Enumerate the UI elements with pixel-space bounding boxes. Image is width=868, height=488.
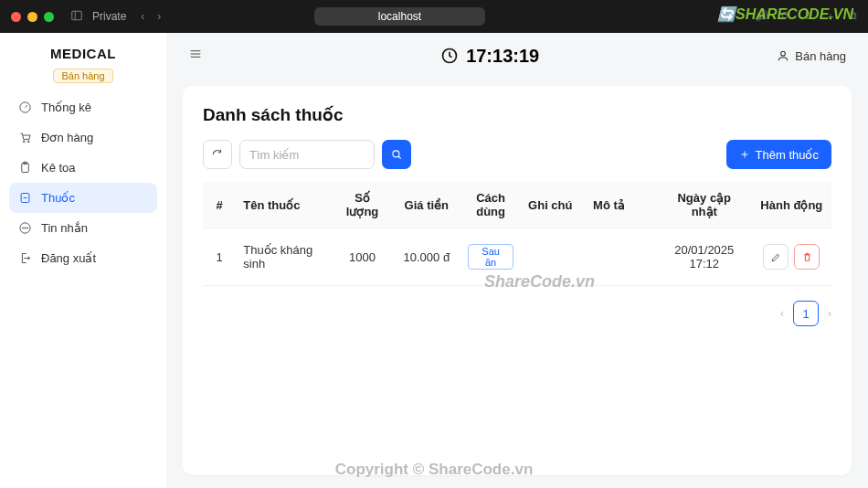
cell-note [521, 228, 586, 286]
window-controls [11, 12, 54, 22]
sidebar-item-label: Kê toa [41, 161, 76, 175]
clock-time: 17:13:19 [466, 46, 539, 67]
sidebar-item-messages[interactable]: Tin nhắn [9, 213, 157, 243]
col-usage: Cách dùng [460, 182, 521, 228]
logout-icon [18, 251, 32, 265]
url-bar[interactable]: localhost [314, 7, 485, 26]
minimize-window-icon[interactable] [27, 12, 37, 22]
user-icon [777, 49, 789, 62]
refresh-icon [211, 148, 224, 161]
search-button[interactable] [382, 140, 411, 169]
col-actions: Hành động [752, 182, 831, 228]
plus-icon [739, 149, 750, 160]
svg-point-18 [393, 151, 399, 157]
cell-usage: Sau ăn [460, 228, 521, 286]
table-row: 1 Thuốc kháng sinh 1000 10.000 đ Sau ăn … [203, 228, 831, 286]
speedometer-icon [18, 101, 32, 114]
svg-point-17 [781, 51, 786, 56]
svg-point-3 [23, 141, 25, 143]
sidebar-item-statistics[interactable]: Thống kê [9, 92, 157, 122]
delete-button[interactable] [794, 244, 820, 270]
sidebar-item-prescription[interactable]: Kê toa [9, 153, 157, 183]
prev-page-icon[interactable]: ‹ [780, 307, 784, 320]
col-note: Ghi chú [521, 182, 586, 228]
sidebar: MEDICAL Bán hàng Thống kê Đơn hàng Kê to… [0, 33, 166, 488]
watermark-logo: 🔄SHARECODE.VN [717, 5, 853, 23]
search-icon [390, 148, 403, 161]
sidebar-item-orders[interactable]: Đơn hàng [9, 122, 157, 153]
back-icon[interactable]: ‹ [141, 10, 144, 23]
brand-title: MEDICAL [9, 46, 157, 61]
sidebar-item-label: Thống kê [41, 101, 91, 114]
sidebar-item-label: Thuốc [41, 191, 75, 205]
edit-icon [770, 251, 782, 263]
medicine-icon [18, 191, 32, 205]
edit-button[interactable] [763, 244, 789, 270]
col-price: Giá tiền [392, 182, 460, 228]
sidebar-item-label: Đơn hàng [41, 131, 93, 144]
clock-display: 17:13:19 [440, 46, 539, 67]
refresh-button[interactable] [203, 140, 232, 169]
topbar: 17:13:19 Bán hàng [166, 33, 868, 79]
medicine-table: # Tên thuốc Số lượng Giá tiền Cách dùng … [203, 182, 831, 286]
usage-tag: Sau ăn [468, 244, 513, 270]
current-page[interactable]: 1 [793, 301, 819, 326]
svg-rect-0 [72, 11, 82, 19]
svg-line-19 [398, 156, 401, 159]
svg-point-9 [20, 223, 30, 233]
cell-index: 1 [203, 228, 236, 286]
sidebar-item-medicine[interactable]: Thuốc [9, 183, 157, 213]
private-mode-label: Private [92, 10, 126, 23]
cell-desc [586, 228, 657, 286]
col-desc: Mô tả [586, 182, 657, 228]
menu-toggle-icon[interactable] [188, 47, 203, 65]
svg-point-10 [25, 228, 26, 228]
clock-icon [440, 47, 459, 65]
forward-icon[interactable]: › [157, 10, 161, 23]
svg-point-4 [27, 141, 29, 143]
sidebar-item-label: Tin nhắn [41, 221, 88, 235]
sidebar-item-label: Đăng xuất [41, 251, 96, 265]
col-name: Tên thuốc [236, 182, 332, 228]
cart-icon [18, 131, 32, 144]
message-icon [18, 221, 32, 235]
header-user-link[interactable]: Bán hàng [777, 49, 846, 63]
search-input[interactable] [239, 140, 375, 169]
header-user-label: Bán hàng [795, 49, 846, 63]
cell-updated: 20/01/2025 17:12 [657, 228, 752, 286]
sidebar-toggle-icon[interactable] [70, 9, 83, 25]
page-title: Danh sách thuốc [203, 104, 831, 125]
cell-name: Thuốc kháng sinh [236, 228, 332, 286]
svg-point-12 [26, 228, 27, 228]
clipboard-icon [18, 161, 32, 175]
cell-qty: 1000 [333, 228, 393, 286]
col-qty: Số lượng [333, 182, 393, 228]
add-button-label: Thêm thuốc [756, 148, 819, 162]
pagination: ‹ 1 › [203, 301, 831, 326]
col-index: # [203, 182, 236, 228]
close-window-icon[interactable] [11, 12, 21, 22]
svg-point-11 [22, 228, 23, 228]
sales-tag: Bán hàng [53, 69, 112, 83]
content-card: Danh sách thuốc Thêm thuốc # [183, 86, 852, 475]
next-page-icon[interactable]: › [828, 307, 831, 320]
sidebar-item-logout[interactable]: Đăng xuất [9, 243, 157, 273]
maximize-window-icon[interactable] [44, 12, 54, 22]
add-medicine-button[interactable]: Thêm thuốc [726, 140, 831, 169]
trash-icon [801, 251, 813, 263]
cell-price: 10.000 đ [392, 228, 460, 286]
col-updated: Ngày cập nhật [657, 182, 752, 228]
